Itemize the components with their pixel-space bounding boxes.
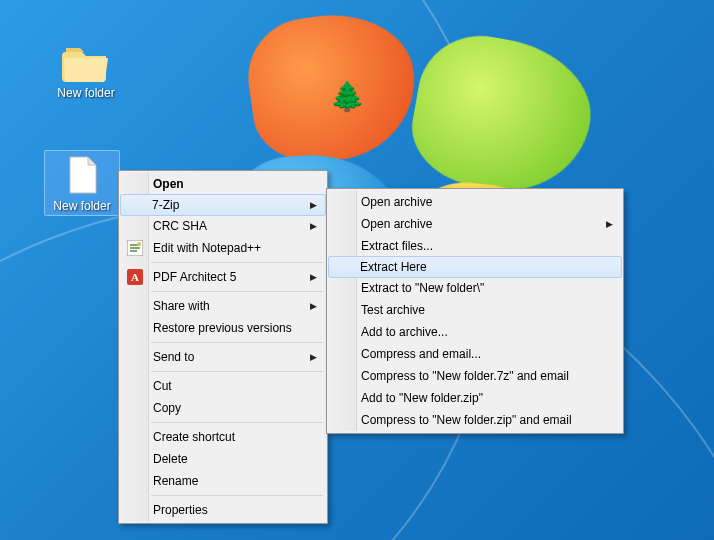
- folder-icon: [48, 40, 124, 84]
- menu-separator: [151, 262, 323, 263]
- menu-item-label: Delete: [153, 452, 188, 466]
- menu-item-label: Open archive: [361, 217, 432, 231]
- menu-item-add-to-archive[interactable]: Add to archive...: [329, 321, 621, 343]
- menu-item-add-to-zip[interactable]: Add to "New folder.zip": [329, 387, 621, 409]
- menu-item-label: Share with: [153, 299, 210, 313]
- menu-item-delete[interactable]: Delete: [121, 448, 325, 470]
- menu-item-label: Extract to "New folder\": [361, 281, 484, 295]
- menu-separator: [151, 371, 323, 372]
- svg-text:A: A: [131, 271, 139, 283]
- menu-item-share-with[interactable]: Share with ▶: [121, 295, 325, 317]
- menu-item-label: Extract files...: [361, 239, 433, 253]
- menu-item-7zip[interactable]: 7-Zip ▶: [120, 194, 326, 216]
- file-icon: [47, 153, 117, 197]
- menu-item-label: Copy: [153, 401, 181, 415]
- menu-item-test-archive[interactable]: Test archive: [329, 299, 621, 321]
- menu-item-create-shortcut[interactable]: Create shortcut: [121, 426, 325, 448]
- menu-item-restore-versions[interactable]: Restore previous versions: [121, 317, 325, 339]
- menu-item-crc-sha[interactable]: CRC SHA ▶: [121, 215, 325, 237]
- menu-item-label: Open: [153, 177, 184, 191]
- menu-item-label: Send to: [153, 350, 194, 364]
- menu-item-label: Add to archive...: [361, 325, 448, 339]
- menu-item-compress-7z-email[interactable]: Compress to "New folder.7z" and email: [329, 365, 621, 387]
- submenu-7zip: Open archive Open archive ▶ Extract file…: [326, 188, 624, 434]
- menu-separator: [151, 342, 323, 343]
- menu-item-label: CRC SHA: [153, 219, 207, 233]
- menu-item-rename[interactable]: Rename: [121, 470, 325, 492]
- menu-item-label: PDF Architect 5: [153, 270, 236, 284]
- menu-item-edit-notepadpp[interactable]: Edit with Notepad++: [121, 237, 325, 259]
- menu-item-label: Extract Here: [360, 260, 427, 274]
- menu-item-compress-email[interactable]: Compress and email...: [329, 343, 621, 365]
- chevron-right-icon: ▶: [310, 221, 317, 231]
- notepadpp-icon: [127, 240, 143, 256]
- menu-item-label: Compress to "New folder.7z" and email: [361, 369, 569, 383]
- menu-item-label: Compress to "New folder.zip" and email: [361, 413, 572, 427]
- menu-item-label: Compress and email...: [361, 347, 481, 361]
- menu-item-label: Edit with Notepad++: [153, 241, 261, 255]
- chevron-right-icon: ▶: [310, 352, 317, 362]
- context-menu: Open 7-Zip ▶ CRC SHA ▶ Edit with Notepad…: [118, 170, 328, 524]
- menu-item-label: 7-Zip: [152, 198, 179, 212]
- chevron-right-icon: ▶: [310, 301, 317, 311]
- chevron-right-icon: ▶: [310, 200, 317, 210]
- menu-separator: [151, 495, 323, 496]
- chevron-right-icon: ▶: [310, 272, 317, 282]
- desktop-icon-label: New folder: [47, 199, 117, 213]
- menu-item-extract-here[interactable]: Extract Here: [328, 256, 622, 278]
- menu-item-open[interactable]: Open: [121, 173, 325, 195]
- menu-item-send-to[interactable]: Send to ▶: [121, 346, 325, 368]
- menu-item-extract-files[interactable]: Extract files...: [329, 235, 621, 257]
- menu-item-open-archive[interactable]: Open archive: [329, 191, 621, 213]
- menu-item-open-archive-sub[interactable]: Open archive ▶: [329, 213, 621, 235]
- svg-point-1: [137, 242, 141, 246]
- menu-item-label: Restore previous versions: [153, 321, 292, 335]
- menu-separator: [151, 291, 323, 292]
- chevron-right-icon: ▶: [606, 219, 613, 229]
- desktop-icon-file[interactable]: New folder: [44, 150, 120, 216]
- tree-icon: 🌲: [330, 80, 365, 113]
- menu-item-label: Cut: [153, 379, 172, 393]
- menu-item-properties[interactable]: Properties: [121, 499, 325, 521]
- desktop-icon-folder[interactable]: New folder: [48, 40, 124, 100]
- menu-item-label: Add to "New folder.zip": [361, 391, 483, 405]
- menu-item-label: Rename: [153, 474, 198, 488]
- desktop-icon-label: New folder: [48, 86, 124, 100]
- menu-item-extract-to[interactable]: Extract to "New folder\": [329, 277, 621, 299]
- menu-separator: [151, 422, 323, 423]
- menu-item-cut[interactable]: Cut: [121, 375, 325, 397]
- pdfarchitect-icon: A: [127, 269, 143, 285]
- menu-item-label: Open archive: [361, 195, 432, 209]
- menu-item-label: Create shortcut: [153, 430, 235, 444]
- menu-item-compress-zip-email[interactable]: Compress to "New folder.zip" and email: [329, 409, 621, 431]
- menu-item-label: Properties: [153, 503, 208, 517]
- menu-item-pdf-architect[interactable]: A PDF Architect 5 ▶: [121, 266, 325, 288]
- menu-item-label: Test archive: [361, 303, 425, 317]
- menu-item-copy[interactable]: Copy: [121, 397, 325, 419]
